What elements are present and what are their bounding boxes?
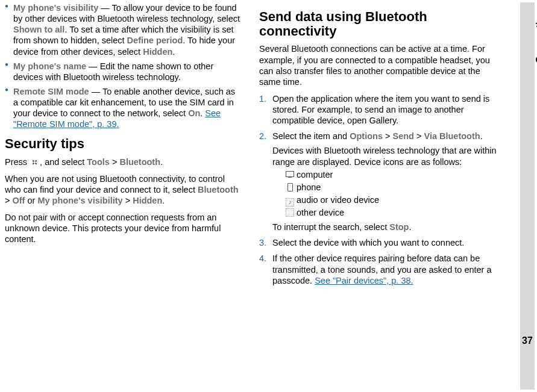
text: . (162, 196, 165, 205)
text: . (480, 131, 483, 141)
text: Press (5, 157, 30, 167)
ui-bluetooth: Bluetooth (119, 157, 160, 167)
device-line-phone: phone (286, 182, 498, 193)
step-4: If the other device requires pairing bef… (259, 253, 498, 285)
step-1: Open the application where the item you … (259, 93, 498, 126)
text: phone (297, 182, 321, 192)
text: . (160, 157, 163, 167)
bullet-name: My phone's name — Edit the name shown to… (5, 61, 242, 82)
menu-key-icon (31, 158, 39, 166)
section-label: Connections (535, 5, 537, 77)
page-number: 37 (520, 335, 535, 346)
bullet-visibility: My phone's visibility — To allow your de… (5, 2, 242, 57)
text: . (172, 47, 175, 57)
ui-hidden: Hidden (133, 196, 162, 205)
ui-send: Send (392, 131, 413, 141)
step-2: Select the item and Options > Send > Via… (259, 131, 498, 232)
ui-off: Off (13, 196, 25, 205)
ui-via-bluetooth: Via Bluetooth (424, 131, 480, 141)
ui-stop: Stop (389, 222, 409, 232)
setting-name: My phone's visibility (13, 3, 98, 13)
ui-hidden: Hidden (143, 47, 172, 57)
step-subtext: Devices with Bluetooth wireless technolo… (272, 145, 498, 167)
device-line-computer: computer (286, 169, 498, 180)
step-subtext: To interrupt the search, select Stop. (272, 222, 498, 232)
other-device-icon (286, 208, 294, 217)
separator: > (414, 131, 424, 141)
ui-bluetooth: Bluetooth (198, 185, 239, 194)
separator: > (110, 157, 120, 167)
text: To interrupt the search, select (272, 222, 389, 232)
device-line-audio: audio or video device (286, 194, 498, 205)
settings-list: My phone's visibility — To allow your de… (5, 2, 242, 129)
text: Select the item and (272, 131, 350, 141)
text: or (25, 196, 37, 205)
audio-icon (286, 196, 294, 204)
text: audio or video device (297, 195, 379, 205)
ui-tools: Tools (87, 157, 110, 167)
text: Select the device with which you want to… (272, 238, 464, 247)
ui-my-phones-visibility: My phone's visibility (37, 196, 122, 205)
page: My phone's visibility — To allow your de… (0, 0, 537, 392)
paragraph: Press , and select Tools > Bluetooth. (5, 157, 242, 167)
paragraph: Do not pair with or accept connection re… (5, 212, 242, 244)
device-line-other: other device (286, 207, 498, 218)
ui-define-period: Define period (127, 36, 183, 45)
right-column: Send data using Bluetooth connectivity S… (253, 0, 506, 392)
ui-options: Options (350, 131, 383, 141)
heading-security-tips: Security tips (5, 137, 242, 151)
steps-list: Open the application where the item you … (259, 93, 498, 286)
setting-name: My phone's name (13, 61, 86, 71)
text: When you are not using Bluetooth connect… (5, 174, 225, 194)
text: Open the application where the item you … (272, 94, 489, 125)
phone-icon (286, 183, 294, 191)
step-3: Select the device with which you want to… (259, 237, 498, 248)
paragraph: When you are not using Bluetooth connect… (5, 173, 242, 206)
bullet-remote-sim: Remote SIM mode — To enable another devi… (5, 86, 242, 130)
ui-on: On (188, 108, 200, 118)
separator: > (383, 131, 393, 141)
text: . (409, 222, 411, 232)
paragraph: Several Bluetooth connections can be act… (259, 43, 498, 87)
heading-send-data: Send data using Bluetooth connectivity (259, 10, 498, 39)
text: other device (297, 208, 344, 217)
side-tab: Connections 37 (520, 2, 535, 390)
separator: > (5, 196, 13, 205)
setting-name: Remote SIM mode (13, 87, 89, 96)
link-pair-devices[interactable]: See "Pair devices", p. 38. (315, 276, 413, 285)
ui-shown-to-all: Shown to all (13, 25, 64, 34)
separator: > (123, 196, 133, 205)
computer-icon (286, 170, 294, 179)
text: , and select (40, 157, 87, 167)
text: computer (297, 170, 333, 179)
left-column: My phone's visibility — To allow your de… (0, 0, 253, 392)
